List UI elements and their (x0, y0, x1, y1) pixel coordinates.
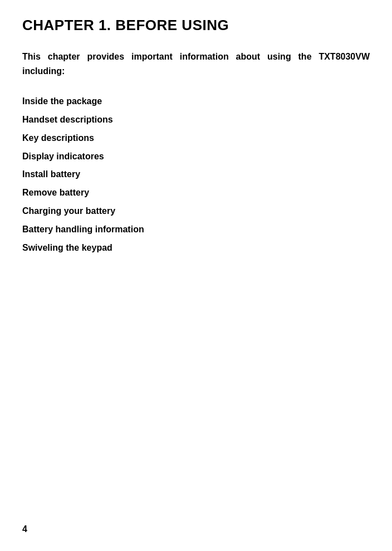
toc-item: Swiveling the keypad (22, 240, 370, 256)
page-number: 4 (22, 524, 27, 534)
chapter-title: CHAPTER 1. BEFORE USING (22, 17, 370, 34)
toc-item: Battery handling information (22, 222, 370, 238)
intro-paragraph: This chapter provides important informat… (22, 50, 370, 78)
toc-item: Inside the package (22, 94, 370, 110)
toc-item: Charging your battery (22, 203, 370, 220)
toc-item: Key descriptions (22, 130, 370, 147)
toc-item: Display indicatores (22, 149, 370, 165)
toc-list: Inside the packageHandset descriptionsKe… (22, 94, 370, 256)
page-container: CHAPTER 1. BEFORE USING This chapter pro… (0, 0, 392, 551)
toc-item: Install battery (22, 167, 370, 183)
toc-item: Handset descriptions (22, 112, 370, 128)
toc-item: Remove battery (22, 185, 370, 201)
